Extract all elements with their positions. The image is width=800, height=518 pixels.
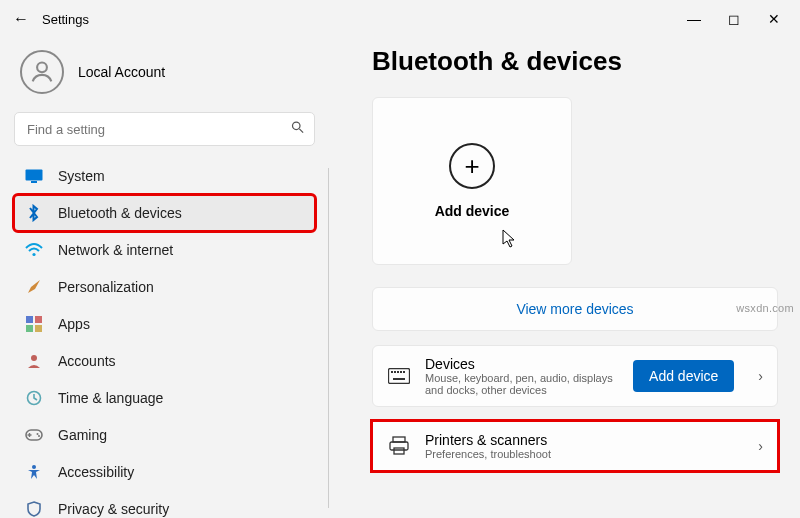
sidebar-item-system[interactable]: System bbox=[14, 158, 315, 194]
sidebar-divider bbox=[328, 168, 329, 508]
svg-rect-22 bbox=[393, 378, 405, 380]
add-device-button[interactable]: Add device bbox=[633, 360, 734, 392]
devices-title: Devices bbox=[425, 356, 619, 372]
sidebar-item-apps[interactable]: Apps bbox=[14, 306, 315, 342]
person-icon bbox=[28, 58, 56, 86]
svg-point-15 bbox=[32, 465, 36, 469]
svg-rect-8 bbox=[26, 325, 33, 332]
view-more-label: View more devices bbox=[516, 301, 633, 317]
svg-rect-17 bbox=[391, 371, 393, 373]
sidebar-item-label: Network & internet bbox=[58, 242, 173, 258]
clock-icon bbox=[24, 390, 44, 406]
sidebar: Local Account SystemBluetooth & devicesN… bbox=[0, 38, 330, 518]
svg-rect-21 bbox=[403, 371, 405, 373]
add-device-label: Add device bbox=[435, 203, 510, 219]
svg-rect-6 bbox=[26, 316, 33, 323]
sidebar-item-label: Gaming bbox=[58, 427, 107, 443]
window-title: Settings bbox=[42, 12, 89, 27]
wifi-icon bbox=[24, 243, 44, 257]
sidebar-item-label: Time & language bbox=[58, 390, 163, 406]
plus-icon: + bbox=[449, 143, 495, 189]
maximize-button[interactable]: ◻ bbox=[714, 4, 754, 34]
svg-point-1 bbox=[293, 122, 301, 130]
sidebar-item-personalization[interactable]: Personalization bbox=[14, 269, 315, 305]
back-button[interactable]: ← bbox=[6, 4, 36, 34]
page-title: Bluetooth & devices bbox=[372, 46, 778, 77]
devices-subtitle: Mouse, keyboard, pen, audio, displays an… bbox=[425, 372, 619, 396]
watermark: wsxdn.com bbox=[736, 302, 794, 314]
svg-rect-19 bbox=[397, 371, 399, 373]
minimize-icon: — bbox=[687, 11, 701, 27]
back-arrow-icon: ← bbox=[13, 10, 29, 28]
person-icon bbox=[24, 353, 44, 369]
minimize-button[interactable]: — bbox=[674, 4, 714, 34]
sidebar-nav: SystemBluetooth & devicesNetwork & inter… bbox=[14, 158, 315, 518]
printers-subtitle: Preferences, troubleshoot bbox=[425, 448, 734, 460]
sidebar-item-label: Personalization bbox=[58, 279, 154, 295]
printer-icon bbox=[387, 436, 411, 456]
search-wrap bbox=[14, 112, 315, 146]
sidebar-item-label: Accessibility bbox=[58, 464, 134, 480]
svg-rect-16 bbox=[389, 369, 410, 384]
svg-point-14 bbox=[38, 435, 40, 437]
apps-icon bbox=[24, 316, 44, 332]
avatar bbox=[20, 50, 64, 94]
svg-rect-4 bbox=[31, 181, 37, 183]
close-icon: ✕ bbox=[768, 11, 780, 27]
shield-icon bbox=[24, 501, 44, 517]
sidebar-item-time-language[interactable]: Time & language bbox=[14, 380, 315, 416]
view-more-devices-button[interactable]: View more devices bbox=[372, 287, 778, 331]
maximize-icon: ◻ bbox=[728, 11, 740, 27]
main-content: Bluetooth & devices + Add device View mo… bbox=[330, 38, 800, 518]
search-icon bbox=[290, 120, 305, 139]
svg-rect-23 bbox=[393, 437, 405, 442]
sidebar-item-label: Bluetooth & devices bbox=[58, 205, 182, 221]
svg-rect-20 bbox=[400, 371, 402, 373]
svg-point-5 bbox=[32, 253, 35, 256]
svg-rect-7 bbox=[35, 316, 42, 323]
sidebar-item-bluetooth-devices[interactable]: Bluetooth & devices bbox=[14, 195, 315, 231]
devices-row[interactable]: Devices Mouse, keyboard, pen, audio, dis… bbox=[372, 345, 778, 407]
svg-line-2 bbox=[299, 129, 303, 133]
keyboard-icon bbox=[387, 368, 411, 384]
chevron-right-icon: › bbox=[748, 368, 763, 384]
printers-scanners-row[interactable]: Printers & scanners Preferences, trouble… bbox=[372, 421, 778, 471]
sidebar-item-label: System bbox=[58, 168, 105, 184]
accessibility-icon bbox=[24, 464, 44, 480]
account-block[interactable]: Local Account bbox=[14, 44, 315, 110]
sidebar-item-label: Accounts bbox=[58, 353, 116, 369]
display-icon bbox=[24, 169, 44, 183]
svg-rect-18 bbox=[394, 371, 396, 373]
bluetooth-icon bbox=[24, 204, 44, 222]
search-input[interactable] bbox=[14, 112, 315, 146]
sidebar-item-label: Apps bbox=[58, 316, 90, 332]
sidebar-item-privacy-security[interactable]: Privacy & security bbox=[14, 491, 315, 518]
printers-title: Printers & scanners bbox=[425, 432, 734, 448]
svg-point-10 bbox=[31, 355, 37, 361]
sidebar-item-gaming[interactable]: Gaming bbox=[14, 417, 315, 453]
sidebar-item-label: Privacy & security bbox=[58, 501, 169, 517]
chevron-right-icon: › bbox=[748, 438, 763, 454]
svg-rect-24 bbox=[390, 442, 408, 450]
sidebar-item-accessibility[interactable]: Accessibility bbox=[14, 454, 315, 490]
svg-point-13 bbox=[37, 433, 39, 435]
cursor-icon bbox=[502, 229, 518, 253]
sidebar-item-network-internet[interactable]: Network & internet bbox=[14, 232, 315, 268]
add-device-card[interactable]: + Add device bbox=[372, 97, 572, 265]
account-name: Local Account bbox=[78, 64, 165, 80]
sidebar-item-accounts[interactable]: Accounts bbox=[14, 343, 315, 379]
svg-rect-3 bbox=[26, 170, 43, 181]
brush-icon bbox=[24, 279, 44, 295]
svg-rect-9 bbox=[35, 325, 42, 332]
gaming-icon bbox=[24, 429, 44, 441]
close-button[interactable]: ✕ bbox=[754, 4, 794, 34]
svg-point-0 bbox=[37, 62, 47, 72]
svg-rect-25 bbox=[394, 448, 404, 454]
titlebar: ← Settings — ◻ ✕ bbox=[0, 0, 800, 38]
